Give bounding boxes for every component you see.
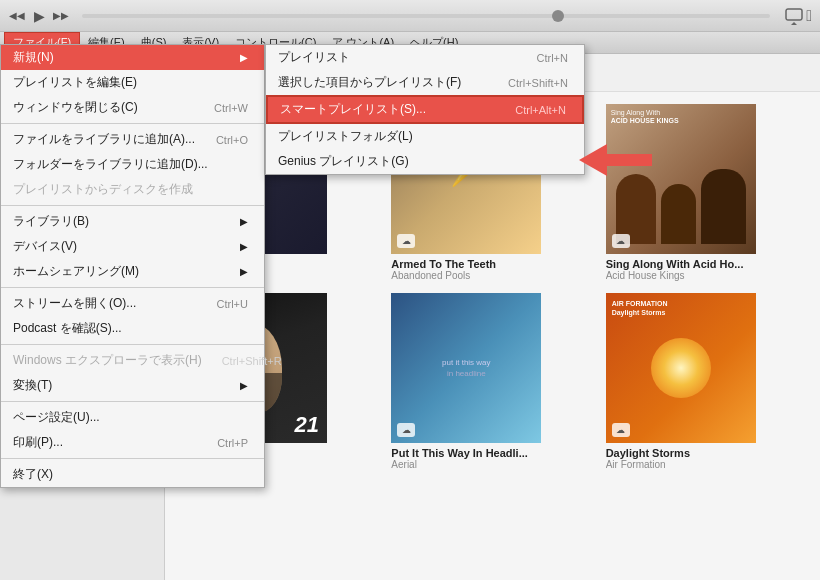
submenu-item-genius[interactable]: Genius プレイリスト(G) [266,149,584,174]
menu-label-devices: デバイス(V) [13,238,77,255]
menu-label-open-stream: ストリームを開く(O)... [13,295,136,312]
submenu-label-playlist-folder: プレイリストフォルダ(L) [278,128,413,145]
red-arrow [579,144,652,176]
sep6 [1,458,264,459]
submenu-item-playlist[interactable]: プレイリスト Ctrl+N [266,45,584,70]
menu-item-devices[interactable]: デバイス(V) ▶ [1,234,264,259]
progress-thumb[interactable] [552,10,564,22]
sep3 [1,287,264,288]
menu-label-convert: 変換(T) [13,377,52,394]
svg-rect-0 [786,9,802,20]
shortcut-playlist: Ctrl+N [537,52,568,64]
shortcut-close-window: Ctrl+W [214,102,248,114]
submenu-label-genius: Genius プレイリスト(G) [278,153,409,170]
menu-label-page-setup: ページ設定(U)... [13,409,100,426]
menu-label-close-window: ウィンドウを閉じる(C) [13,99,138,116]
menu-item-explorer: Windows エクスプローラで表示(H) Ctrl+Shift+R [1,348,264,373]
menu-label-new: 新規(N) [13,49,54,66]
progress-bar[interactable] [82,14,770,18]
menu-item-print[interactable]: 印刷(P)... Ctrl+P [1,430,264,455]
shortcut-playlist-from: Ctrl+Shift+N [508,77,568,89]
menu-label-print: 印刷(P)... [13,434,63,451]
submenu-arrow-convert: ▶ [240,380,248,391]
sep1 [1,123,264,124]
menu-label-explorer: Windows エクスプローラで表示(H) [13,352,202,369]
arrow-body [607,154,652,166]
submenu-item-playlist-folder[interactable]: プレイリストフォルダ(L) [266,124,584,149]
submenu-arrow-new: ▶ [240,52,248,63]
sep4 [1,344,264,345]
menu-item-library[interactable]: ライブラリ(B) ▶ [1,209,264,234]
shortcut-open-stream: Ctrl+U [217,298,248,310]
menu-label-edit-playlist: プレイリストを編集(E) [13,74,137,91]
menu-item-exit[interactable]: 終了(X) [1,462,264,487]
menu-label-home-sharing: ホームシェアリング(M) [13,263,139,280]
new-submenu-dropdown: プレイリスト Ctrl+N 選択した項目からプレイリスト(F) Ctrl+Shi… [265,44,585,175]
dropdown-overlay: 新規(N) ▶ プレイリストを編集(E) ウィンドウを閉じる(C) Ctrl+W… [0,22,820,580]
menu-item-convert[interactable]: 変換(T) ▶ [1,373,264,398]
submenu-label-playlist-from: 選択した項目からプレイリスト(F) [278,74,461,91]
shortcut-explorer: Ctrl+Shift+R [222,355,282,367]
file-menu-dropdown: 新規(N) ▶ プレイリストを編集(E) ウィンドウを閉じる(C) Ctrl+W… [0,44,265,488]
menu-label-add-file: ファイルをライブラリに追加(A)... [13,131,195,148]
menu-item-home-sharing[interactable]: ホームシェアリング(M) ▶ [1,259,264,284]
shortcut-smart-playlist: Ctrl+Alt+N [515,104,566,116]
menu-label-podcast: Podcast を確認(S)... [13,320,122,337]
menu-label-library: ライブラリ(B) [13,213,89,230]
submenu-item-playlist-from[interactable]: 選択した項目からプレイリスト(F) Ctrl+Shift+N [266,70,584,95]
menu-item-new[interactable]: 新規(N) ▶ [1,45,264,70]
menu-item-open-stream[interactable]: ストリームを開く(O)... Ctrl+U [1,291,264,316]
sep2 [1,205,264,206]
submenu-item-smart-playlist[interactable]: スマートプレイリスト(S)... Ctrl+Alt+N [266,95,584,124]
menu-item-podcast[interactable]: Podcast を確認(S)... [1,316,264,341]
menu-item-close-window[interactable]: ウィンドウを閉じる(C) Ctrl+W [1,95,264,120]
submenu-label-playlist: プレイリスト [278,49,350,66]
menu-item-add-file[interactable]: ファイルをライブラリに追加(A)... Ctrl+O [1,127,264,152]
menu-label-exit: 終了(X) [13,466,53,483]
submenu-arrow-library: ▶ [240,216,248,227]
menu-item-burn: プレイリストからディスクを作成 [1,177,264,202]
menu-item-edit-playlist[interactable]: プレイリストを編集(E) [1,70,264,95]
menu-label-add-folder: フォルダーをライブラリに追加(D)... [13,156,208,173]
submenu-arrow-devices: ▶ [240,241,248,252]
sep5 [1,401,264,402]
submenu-label-smart-playlist: スマートプレイリスト(S)... [280,101,426,118]
shortcut-add-file: Ctrl+O [216,134,248,146]
shortcut-print: Ctrl+P [217,437,248,449]
submenu-arrow-home: ▶ [240,266,248,277]
menu-label-burn: プレイリストからディスクを作成 [13,181,193,198]
menu-item-add-folder[interactable]: フォルダーをライブラリに追加(D)... [1,152,264,177]
menu-item-page-setup[interactable]: ページ設定(U)... [1,405,264,430]
arrow-head [579,144,607,176]
